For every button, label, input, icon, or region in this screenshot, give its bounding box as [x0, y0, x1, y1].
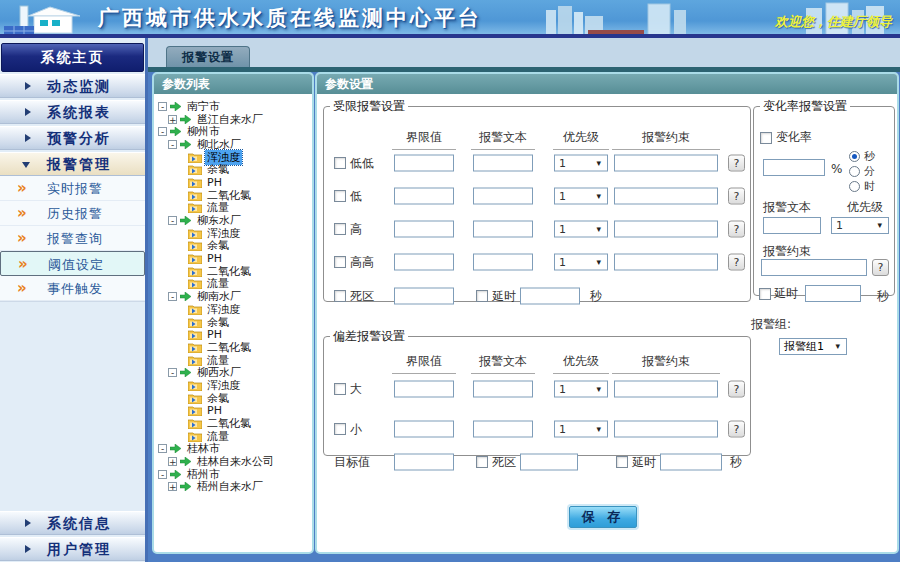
limit-value-input[interactable] — [394, 254, 454, 271]
rate-priority-select[interactable]: 1 ▾ — [831, 217, 889, 234]
row-checkbox[interactable] — [334, 256, 346, 268]
constraint-input[interactable] — [614, 254, 718, 271]
sidebar-submenu-item[interactable]: » 历史报警 — [0, 201, 145, 226]
tree-node[interactable]: 余氯 — [154, 163, 312, 176]
save-button[interactable]: 保 存 — [569, 506, 637, 528]
sidebar-menu-item[interactable]: 系统报表 — [0, 100, 145, 124]
sidebar-submenu-item[interactable]: » 报警查询 — [0, 226, 145, 251]
deadband-checkbox[interactable] — [334, 290, 346, 302]
tree-expander-icon[interactable]: - — [158, 444, 167, 453]
delay-checkbox[interactable] — [476, 290, 488, 302]
tree-expander-icon[interactable]: - — [168, 292, 177, 301]
deadband-checkbox[interactable] — [476, 456, 488, 468]
alarm-group-select[interactable]: 报警组1 ▾ — [779, 338, 847, 355]
radio-icon[interactable] — [849, 166, 860, 177]
sidebar-item-home[interactable]: 系统主页 — [1, 43, 144, 72]
constraint-input[interactable] — [614, 188, 718, 205]
alarm-text-input[interactable] — [473, 155, 533, 172]
tree-node[interactable]: 余氯 — [154, 392, 312, 405]
row-checkbox[interactable] — [334, 423, 346, 435]
limit-value-input[interactable] — [394, 381, 454, 398]
tree-node[interactable]: 余氯 — [154, 240, 312, 253]
tree-node[interactable]: 二氧化氯 — [154, 189, 312, 202]
target-input[interactable] — [394, 454, 454, 471]
tree-expander-icon[interactable]: - — [158, 127, 167, 136]
tree-expander-icon[interactable]: - — [158, 102, 167, 111]
help-button[interactable]: ? — [728, 155, 745, 172]
radio-icon[interactable] — [849, 151, 860, 162]
tree-node[interactable]: 浑浊度 — [154, 303, 312, 316]
delay-input[interactable] — [520, 288, 580, 305]
alarm-text-input[interactable] — [473, 254, 533, 271]
help-button[interactable]: ? — [872, 259, 889, 276]
sidebar-menu-item[interactable]: 动态监测 — [0, 74, 145, 98]
help-button[interactable]: ? — [728, 221, 745, 238]
limit-value-input[interactable] — [394, 188, 454, 205]
constraint-input[interactable] — [614, 421, 718, 438]
rate-constraint-input[interactable] — [761, 259, 867, 276]
tree-expander-icon[interactable]: - — [168, 140, 177, 149]
rate-delay-input[interactable] — [805, 285, 861, 302]
tree-node[interactable]: + 邕江自来水厂 — [154, 113, 312, 126]
rate-alarm-text-input[interactable] — [763, 217, 821, 234]
rate-delay-checkbox[interactable] — [759, 288, 771, 300]
sidebar-menu-item[interactable]: 预警分析 — [0, 126, 145, 150]
sidebar-submenu-item[interactable]: » 阈值设定 — [0, 251, 145, 276]
priority-select[interactable]: 1 ▾ — [554, 254, 608, 271]
tree-expander-icon[interactable]: + — [168, 482, 177, 491]
tab-alarm-settings[interactable]: 报警设置 — [166, 46, 250, 68]
help-button[interactable]: ? — [728, 254, 745, 271]
priority-select[interactable]: 1 ▾ — [554, 155, 608, 172]
radio-icon[interactable] — [849, 181, 860, 192]
row-checkbox[interactable] — [334, 190, 346, 202]
sidebar-menu-item[interactable]: 系统信息 — [0, 511, 145, 535]
limit-value-input[interactable] — [394, 155, 454, 172]
constraint-input[interactable] — [614, 155, 718, 172]
tree-node[interactable]: 二氧化氯 — [154, 265, 312, 278]
deadband-input[interactable] — [394, 288, 454, 305]
help-button[interactable]: ? — [728, 381, 745, 398]
priority-select[interactable]: 1 ▾ — [554, 221, 608, 238]
constraint-input[interactable] — [614, 381, 718, 398]
tree-node[interactable]: + 梧州自来水厂 — [154, 481, 312, 494]
help-button[interactable]: ? — [728, 188, 745, 205]
row-checkbox[interactable] — [334, 223, 346, 235]
tree-expander-icon[interactable]: + — [168, 115, 177, 124]
sidebar-submenu-item[interactable]: » 实时报警 — [0, 176, 145, 201]
tree-node[interactable]: 浑浊度 — [154, 151, 312, 164]
limit-value-input[interactable] — [394, 221, 454, 238]
tree-node[interactable]: 流量 — [154, 430, 312, 443]
priority-select[interactable]: 1 ▾ — [554, 381, 608, 398]
sidebar-menu-item[interactable]: 用户管理 — [0, 537, 145, 561]
tree-node[interactable]: 余氯 — [154, 316, 312, 329]
row-checkbox[interactable] — [334, 157, 346, 169]
priority-select[interactable]: 1 ▾ — [554, 421, 608, 438]
row-checkbox[interactable] — [334, 383, 346, 395]
tree-node[interactable]: + 桂林自来水公司 — [154, 455, 312, 468]
alarm-text-input[interactable] — [473, 421, 533, 438]
sidebar-submenu-item[interactable]: » 事件触发 — [0, 276, 145, 301]
sidebar-menu-item[interactable]: 报警管理 — [0, 152, 145, 176]
tree-node[interactable]: 二氧化氯 — [154, 341, 312, 354]
tree-expander-icon[interactable]: - — [158, 470, 167, 479]
tree-node[interactable]: 二氧化氯 — [154, 417, 312, 430]
priority-select[interactable]: 1 ▾ — [554, 188, 608, 205]
tree-expander-icon[interactable]: - — [168, 368, 177, 377]
constraint-input[interactable] — [614, 221, 718, 238]
delay-input[interactable] — [660, 454, 722, 471]
deadband-input[interactable] — [520, 454, 578, 471]
delay-checkbox[interactable] — [616, 456, 628, 468]
rate-unit-radio[interactable]: 秒 — [849, 149, 875, 164]
alarm-text-input[interactable] — [473, 381, 533, 398]
rate-unit-radio[interactable]: 时 — [849, 179, 875, 194]
rate-checkbox[interactable] — [760, 132, 772, 144]
limit-value-input[interactable] — [394, 421, 454, 438]
rate-value-input[interactable] — [763, 159, 825, 176]
help-button[interactable]: ? — [728, 421, 745, 438]
rate-unit-radio[interactable]: 分 — [849, 164, 875, 179]
tree-node[interactable]: 浑浊度 — [154, 227, 312, 240]
alarm-text-input[interactable] — [473, 221, 533, 238]
tree-expander-icon[interactable]: - — [168, 216, 177, 225]
tree-node[interactable]: 浑浊度 — [154, 379, 312, 392]
alarm-text-input[interactable] — [473, 188, 533, 205]
